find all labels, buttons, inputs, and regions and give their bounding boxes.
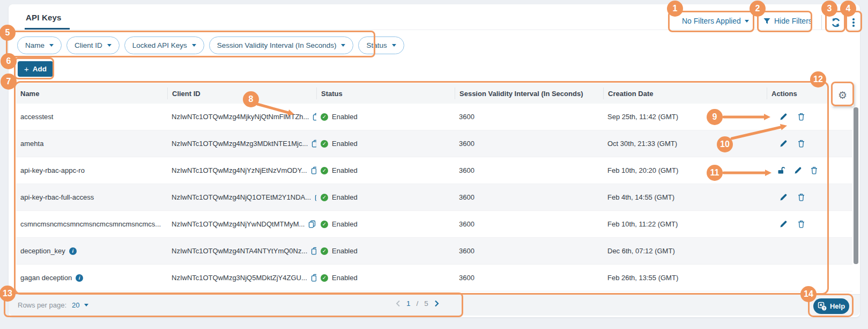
chevron-down-icon xyxy=(745,20,749,23)
filters-applied-dropdown[interactable]: No Filters Applied xyxy=(682,17,749,25)
previous-page-button[interactable] xyxy=(396,300,400,307)
pagination-bar: Rows per page: 20 1 / 5 xyxy=(9,294,860,316)
tab-api-keys[interactable]: API Keys xyxy=(26,13,62,22)
current-page[interactable]: 1 xyxy=(406,299,411,308)
column-header-creation-date[interactable]: Creation Date xyxy=(603,87,767,99)
filter-chip-status[interactable]: Status xyxy=(358,36,404,54)
vertical-scrollbar[interactable] xyxy=(854,107,858,264)
edit-icon[interactable] xyxy=(780,113,788,121)
api-keys-table: Name Client ID Status Session Validity I… xyxy=(16,83,854,291)
edit-icon[interactable] xyxy=(794,166,802,174)
page-separator: / xyxy=(417,299,419,308)
client-id-value: NzIwNTc1OTQwMzg4Mzg3MDktNTE1Mjc... xyxy=(172,140,308,148)
status-label: Enabled xyxy=(332,220,358,228)
status-label: Enabled xyxy=(332,247,358,255)
copy-icon[interactable] xyxy=(313,113,316,121)
api-key-name: gagan deception xyxy=(20,274,72,282)
edit-icon[interactable] xyxy=(780,220,788,228)
table-row: csmncmsncmcsmncmsncmcsmncmsncmcs... NzIw… xyxy=(16,211,852,238)
column-header-status[interactable]: Status xyxy=(316,87,455,99)
chip-label: Client ID xyxy=(75,41,102,49)
status-enabled-icon: ✓ xyxy=(321,113,328,121)
more-options-button[interactable] xyxy=(849,16,858,30)
tab-bar: API Keys No Filters Applied Hide Filters xyxy=(9,4,860,30)
unlock-icon[interactable] xyxy=(777,166,785,174)
api-keys-page: API Keys No Filters Applied Hide Filters xyxy=(0,0,868,329)
rows-per-page-select[interactable]: 20 xyxy=(72,301,88,309)
status-enabled-icon: ✓ xyxy=(321,140,328,148)
creation-date: Feb 4th, 14:55 (GMT) xyxy=(607,193,674,201)
content-panel: API Keys No Filters Applied Hide Filters xyxy=(9,4,860,317)
info-icon[interactable]: i xyxy=(69,247,77,255)
creation-date: Oct 30th, 21:33 (GMT) xyxy=(607,140,677,148)
copy-icon[interactable] xyxy=(311,166,316,174)
delete-icon[interactable] xyxy=(798,193,805,201)
column-header-actions: Actions xyxy=(767,87,829,99)
help-icon: ? xyxy=(818,302,827,311)
rows-per-page-label: Rows per page: xyxy=(18,301,66,309)
column-header-name[interactable]: Name xyxy=(16,87,167,99)
filters-applied-label: No Filters Applied xyxy=(682,17,741,25)
api-key-name: accesstest xyxy=(20,113,53,121)
delete-icon[interactable] xyxy=(811,166,818,174)
copy-icon[interactable] xyxy=(311,274,316,282)
api-key-name: api-key-rbac-appc-ro xyxy=(20,166,85,174)
add-button[interactable]: + Add xyxy=(18,61,53,77)
session-value: 3600 xyxy=(459,274,474,282)
help-button[interactable]: ? Help xyxy=(813,298,849,314)
api-key-name: deception_key xyxy=(20,247,65,255)
filter-funnel-icon xyxy=(763,18,770,25)
column-header-session-validity[interactable]: Session Validity Interval (In Seconds) xyxy=(455,87,603,99)
next-page-button[interactable] xyxy=(434,300,439,307)
plus-icon: + xyxy=(24,64,29,74)
toolbar-divider xyxy=(821,15,822,30)
api-key-name: amehta xyxy=(20,140,43,148)
creation-date: Sep 25th, 11:42 (GMT) xyxy=(607,113,678,121)
hide-filters-button[interactable]: Hide Filters xyxy=(763,17,812,25)
creation-date: Feb 26th, 13:55 (GMT) xyxy=(607,274,678,282)
filter-chip-session-validity[interactable]: Session Validity Interval (In Seconds) xyxy=(209,36,354,54)
client-id-value: NzIwNTc1OTQwMzg4NjYzNjEtNzVmODY... xyxy=(172,166,307,174)
column-settings-button[interactable]: ⚙ xyxy=(832,83,854,106)
chip-label: Locked API Keys xyxy=(132,41,187,49)
delete-icon[interactable] xyxy=(798,140,805,148)
filter-chip-locked-api-keys[interactable]: Locked API Keys xyxy=(124,36,204,54)
copy-icon[interactable] xyxy=(308,220,316,228)
client-id-value: NzIwNTc1OTQwMzg4NTA4NTYtYmQ0Nz... xyxy=(172,247,307,255)
gear-icon: ⚙ xyxy=(838,89,847,101)
refresh-icon xyxy=(830,17,841,28)
column-header-client-id[interactable]: Client ID xyxy=(167,87,316,99)
session-value: 3600 xyxy=(459,193,474,201)
add-button-label: Add xyxy=(33,65,47,73)
filter-chip-name[interactable]: Name xyxy=(17,36,62,54)
chevron-down-icon xyxy=(341,44,345,47)
rows-per-page: Rows per page: 20 xyxy=(18,301,88,309)
table-header-row: Name Client ID Status Session Validity I… xyxy=(16,83,829,104)
client-id-value: NzIwNTc1OTQwMzg3NjQ5MDktZjY4ZGU... xyxy=(172,274,307,282)
total-pages: 5 xyxy=(424,299,428,308)
rows-per-page-value: 20 xyxy=(72,301,79,309)
filter-chips-row: Name Client ID Locked API Keys Session V… xyxy=(17,36,404,54)
status-enabled-icon: ✓ xyxy=(321,274,328,282)
api-key-name: csmncmsncmcsmncmsncmcsmncmsncmcs... xyxy=(20,220,161,228)
status-enabled-icon: ✓ xyxy=(321,194,328,201)
delete-icon[interactable] xyxy=(798,113,805,121)
filter-chip-client-id[interactable]: Client ID xyxy=(66,36,120,54)
copy-icon[interactable] xyxy=(311,140,316,148)
delete-icon[interactable] xyxy=(798,220,805,228)
copy-icon[interactable] xyxy=(311,247,316,255)
svg-text:?: ? xyxy=(823,306,825,310)
creation-date: Feb 10th, 11:22 (GMT) xyxy=(607,220,678,228)
info-icon[interactable]: i xyxy=(76,274,83,282)
chevron-down-icon xyxy=(192,44,196,47)
chip-label: Name xyxy=(25,41,44,49)
refresh-button[interactable] xyxy=(829,16,843,30)
session-value: 3600 xyxy=(459,247,474,255)
edit-icon[interactable] xyxy=(780,140,788,148)
creation-date: Dec 6th, 07:12 (GMT) xyxy=(607,247,675,255)
table-row: deception_key i NzIwNTc1OTQwMzg4NTA4NTYt… xyxy=(16,238,852,265)
session-value: 3600 xyxy=(459,166,474,174)
chevron-down-icon xyxy=(392,44,396,47)
edit-icon[interactable] xyxy=(780,193,788,201)
table-row: api-key-rbac-full-access NzIwNTc1OTQwMzg… xyxy=(16,184,852,211)
